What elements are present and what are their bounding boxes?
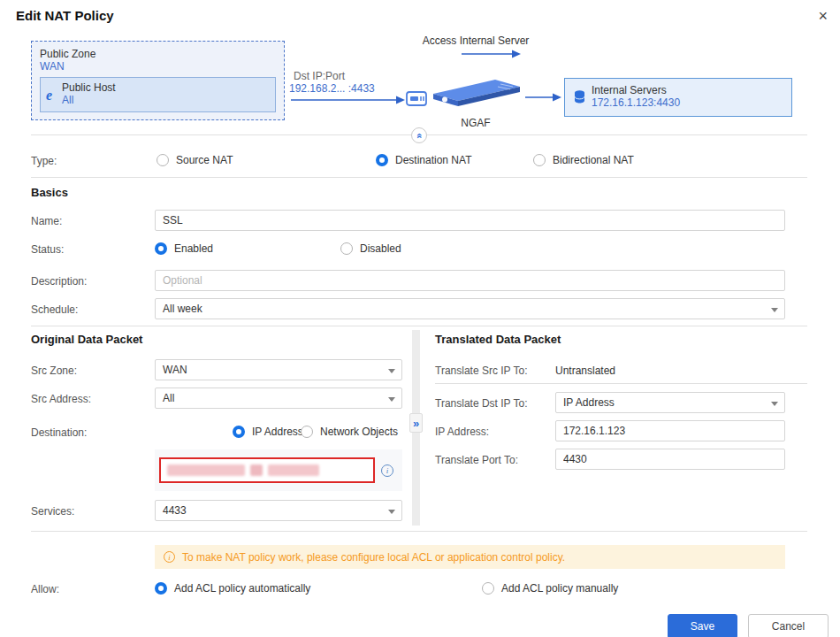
edit-nat-policy-dialog: Edit NAT Policy × Public Zone WAN e Publ… — [0, 0, 840, 637]
src-zone-value: WAN — [163, 364, 187, 376]
row-divider — [435, 383, 807, 384]
public-host-subtitle: All — [62, 94, 270, 106]
browser-e-icon: e — [46, 88, 52, 104]
destination-label: Destination: — [31, 426, 87, 439]
src-address-label: Src Address: — [31, 393, 91, 405]
translate-dst-label: Translate Dst IP To: — [435, 397, 528, 410]
radio-dot — [376, 154, 388, 166]
src-zone-select[interactable]: WAN — [155, 359, 402, 380]
radio-label: Add ACL policy automatically — [174, 582, 310, 595]
chevron-up-icon: « — [415, 133, 424, 138]
to-servers-arrow-icon — [523, 91, 562, 104]
copy-to-translated-button[interactable]: » — [409, 413, 423, 433]
translate-dst-value: IP Address — [563, 396, 615, 409]
translate-port-input[interactable] — [555, 449, 785, 470]
internal-servers-title: Internal Servers — [592, 84, 783, 96]
radio-dot — [533, 154, 546, 166]
chevron-down-icon — [388, 510, 395, 514]
section-divider — [31, 326, 807, 326]
public-host-box: e Public Host All — [40, 77, 276, 112]
collapse-diagram-button[interactable]: « — [411, 127, 427, 143]
close-icon[interactable]: × — [818, 8, 828, 24]
public-host-title: Public Host — [62, 81, 270, 94]
type-destination-nat-radio[interactable]: Destination NAT — [376, 153, 471, 167]
radio-label: Source NAT — [176, 154, 233, 166]
device-label: NGAF — [430, 117, 522, 129]
destination-ip-address-radio[interactable]: IP Address — [233, 425, 303, 439]
destination-network-objects-radio[interactable]: Network Objects — [301, 425, 398, 439]
basics-header: Basics — [31, 186, 68, 199]
gateway-appliance-icon — [405, 89, 428, 109]
radio-dot — [157, 154, 169, 166]
status-disabled-radio[interactable]: Disabled — [340, 242, 401, 256]
access-internal-server-label: Access Internal Server — [417, 35, 534, 47]
original-packet-header: Original Data Packet — [31, 333, 142, 346]
public-zone-subtitle: WAN — [40, 60, 276, 73]
radio-dot — [340, 242, 353, 255]
description-input[interactable] — [155, 270, 785, 291]
src-address-value: All — [163, 392, 174, 404]
radio-dot — [155, 242, 167, 255]
radio-dot — [155, 582, 167, 595]
translate-dst-select[interactable]: IP Address — [555, 392, 785, 413]
public-zone-box: Public Zone WAN e Public Host All — [31, 41, 285, 120]
radio-label: Enabled — [174, 242, 213, 255]
section-divider — [31, 177, 807, 178]
dst-ip-port-label: Dst IP:Port — [294, 70, 345, 82]
schedule-value: All week — [163, 303, 202, 315]
radio-label: Disabled — [360, 242, 401, 255]
destination-value-panel: i — [155, 449, 402, 491]
name-input[interactable] — [155, 210, 785, 231]
internal-servers-box: Internal Servers 172.16.1.123:4430 — [564, 78, 792, 117]
double-chevron-right-icon: » — [413, 417, 419, 430]
public-zone-title: Public Zone — [40, 48, 276, 60]
radio-label: Add ACL policy manually — [501, 582, 618, 595]
radio-dot — [233, 426, 245, 438]
cancel-button[interactable]: Cancel — [748, 614, 829, 637]
redacted-text — [167, 464, 245, 476]
chevron-down-icon — [771, 402, 778, 406]
acl-notice-banner: i To make NAT policy work, please config… — [155, 545, 785, 569]
allow-auto-acl-radio[interactable]: Add ACL policy automatically — [155, 581, 310, 595]
info-icon[interactable]: i — [381, 464, 393, 477]
page-title: Edit NAT Policy — [16, 8, 114, 23]
translate-src-label: Translate Src IP To: — [435, 365, 528, 377]
translated-packet-header: Translated Data Packet — [435, 333, 561, 346]
save-button[interactable]: Save — [668, 614, 737, 637]
redacted-text — [268, 464, 319, 476]
schedule-select[interactable]: All week — [155, 298, 785, 319]
acl-notice-text: To make NAT policy work, please configur… — [182, 551, 565, 564]
destination-ip-input[interactable] — [159, 457, 375, 483]
redacted-text — [250, 464, 263, 476]
radio-label: Destination NAT — [395, 154, 471, 166]
translate-src-value: Untranslated — [555, 365, 615, 377]
internal-servers-value: 172.16.1.123:4430 — [592, 96, 783, 109]
radio-label: Bidirectional NAT — [553, 154, 634, 166]
access-arrow-icon — [460, 49, 522, 59]
type-label: Type: — [31, 155, 57, 167]
ip-address-input[interactable] — [555, 420, 785, 441]
services-value: 4433 — [163, 504, 187, 517]
dst-ip-port-value: 192.168.2... :4433 — [289, 82, 375, 95]
radio-label: IP Address — [252, 426, 303, 438]
section-divider — [31, 531, 807, 532]
chevron-down-icon — [388, 397, 395, 402]
description-label: Description: — [31, 275, 87, 288]
translate-port-label: Translate Port To: — [435, 454, 518, 466]
chevron-down-icon — [771, 308, 778, 312]
schedule-label: Schedule: — [31, 303, 78, 316]
radio-dot — [301, 426, 313, 438]
radio-label: Network Objects — [320, 426, 398, 438]
type-source-nat-radio[interactable]: Source NAT — [157, 153, 233, 167]
status-enabled-radio[interactable]: Enabled — [155, 242, 213, 256]
ip-address-label: IP Address: — [435, 426, 489, 438]
status-label: Status: — [31, 243, 64, 256]
allow-manual-acl-radio[interactable]: Add ACL policy manually — [482, 581, 618, 595]
type-bidirectional-nat-radio[interactable]: Bidirectional NAT — [533, 153, 634, 167]
services-label: Services: — [31, 505, 74, 518]
services-select[interactable]: 4433 — [155, 500, 402, 521]
src-address-select[interactable]: All — [155, 388, 402, 409]
chevron-down-icon — [388, 369, 395, 373]
ngaf-device-illustration — [430, 74, 522, 115]
src-zone-label: Src Zone: — [31, 365, 77, 377]
